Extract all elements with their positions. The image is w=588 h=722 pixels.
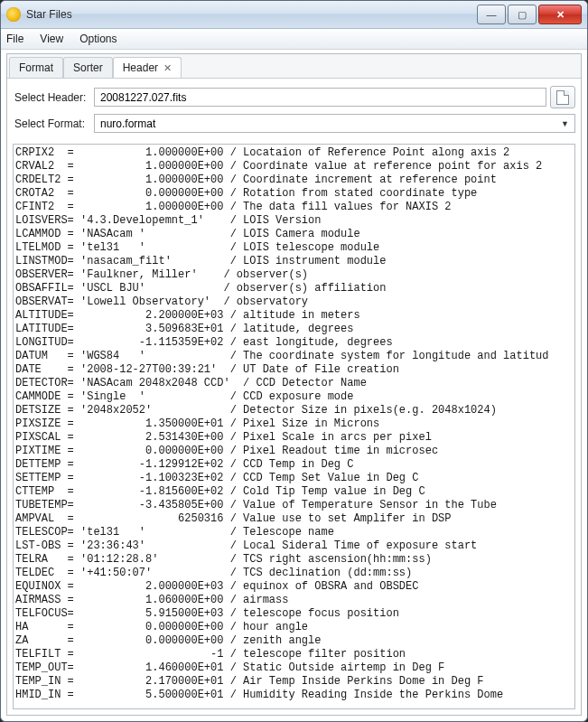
window-title: Star Files (26, 8, 475, 21)
chevron-down-icon: ▼ (561, 119, 569, 128)
app-window: Star Files — ▢ ✕ File View Options Forma… (0, 0, 588, 722)
menu-file[interactable]: File (6, 33, 23, 45)
menu-options[interactable]: Options (79, 33, 117, 45)
tab-label: Format (19, 61, 53, 74)
close-button[interactable]: ✕ (538, 5, 582, 24)
browse-file-button[interactable] (550, 86, 575, 108)
tab-label: Sorter (73, 61, 103, 74)
fits-header-view[interactable]: CRPIX2 = 1.000000E+00 / Locataion of Ref… (13, 144, 575, 709)
menu-view[interactable]: View (40, 33, 63, 45)
menubar: File View Options (1, 29, 587, 50)
form-area: Select Header: Select Format: nuro.forma… (7, 79, 581, 144)
tab-header[interactable]: Header ✕ (113, 57, 182, 78)
select-header-label: Select Header: (13, 91, 94, 104)
tab-bar: Format Sorter Header ✕ (7, 54, 581, 79)
app-icon (6, 7, 21, 22)
maximize-button[interactable]: ▢ (508, 5, 537, 24)
select-format-label: Select Format: (13, 117, 94, 130)
select-format-dropdown[interactable]: nuro.format ▼ (94, 114, 575, 133)
file-icon (556, 90, 569, 105)
select-header-input[interactable] (94, 88, 546, 107)
dropdown-value: nuro.format (100, 117, 155, 130)
tab-sorter[interactable]: Sorter (63, 57, 113, 78)
close-icon[interactable]: ✕ (163, 62, 172, 74)
titlebar[interactable]: Star Files — ▢ ✕ (1, 1, 587, 29)
client-area: Format Sorter Header ✕ Select Header: (6, 53, 582, 716)
tab-format[interactable]: Format (9, 57, 63, 78)
tab-label: Header (123, 61, 158, 74)
minimize-button[interactable]: — (477, 5, 506, 24)
